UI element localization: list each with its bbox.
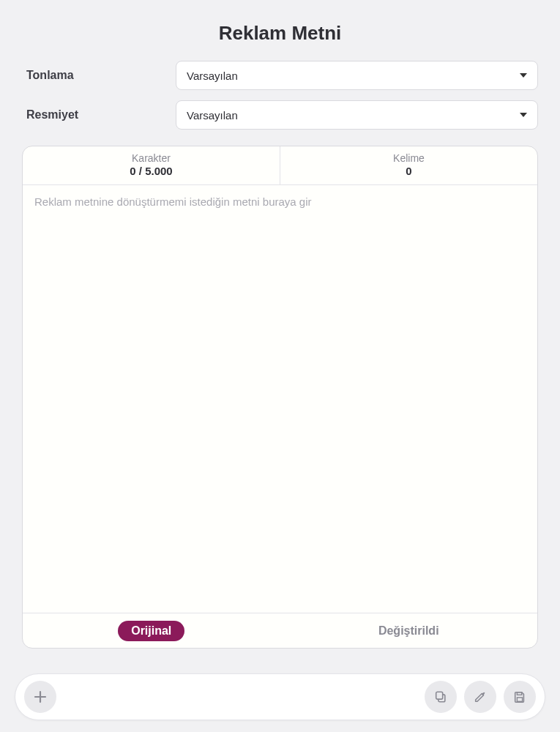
save-icon xyxy=(513,690,526,703)
word-stat: Kelime 0 xyxy=(280,146,537,184)
tab-original-label: Orijinal xyxy=(118,621,184,641)
plus-icon xyxy=(33,690,48,704)
page-title: Reklam Metni xyxy=(22,22,538,45)
tone-label: Tonlama xyxy=(22,69,176,82)
formality-select[interactable]: Varsayılan xyxy=(176,100,538,130)
tab-changed-label: Değiştirildi xyxy=(378,624,439,638)
copy-icon xyxy=(434,690,447,703)
svg-rect-2 xyxy=(517,692,521,695)
tab-original[interactable]: Orijinal xyxy=(23,613,280,648)
formality-label: Resmiyet xyxy=(22,108,176,122)
editor-card: Karakter 0 / 5.000 Kelime 0 Orijinal Değ… xyxy=(22,146,538,649)
chevron-down-icon xyxy=(520,73,527,78)
chevron-down-icon xyxy=(520,113,527,117)
tab-changed[interactable]: Değiştirildi xyxy=(280,613,538,648)
char-stat: Karakter 0 / 5.000 xyxy=(23,146,280,184)
formality-row: Resmiyet Varsayılan xyxy=(22,100,538,130)
tone-row: Tonlama Varsayılan xyxy=(22,61,538,90)
formality-select-value: Varsayılan xyxy=(187,109,238,122)
char-stat-label: Karakter xyxy=(23,152,280,164)
char-stat-value: 0 / 5.000 xyxy=(23,165,280,177)
add-button[interactable] xyxy=(24,681,56,713)
tabs-row: Orijinal Değiştirildi xyxy=(23,613,537,648)
svg-rect-3 xyxy=(517,698,522,701)
tone-select[interactable]: Varsayılan xyxy=(176,61,538,90)
copy-button[interactable] xyxy=(425,681,457,713)
bottom-toolbar xyxy=(15,673,545,720)
svg-rect-1 xyxy=(436,692,443,699)
word-stat-label: Kelime xyxy=(280,152,537,164)
save-button[interactable] xyxy=(504,681,536,713)
stats-row: Karakter 0 / 5.000 Kelime 0 xyxy=(23,146,537,185)
main-text-input[interactable] xyxy=(23,185,537,610)
tone-select-value: Varsayılan xyxy=(187,70,238,82)
edit-button[interactable] xyxy=(464,681,496,713)
edit-icon xyxy=(474,690,487,703)
word-stat-value: 0 xyxy=(280,165,537,177)
